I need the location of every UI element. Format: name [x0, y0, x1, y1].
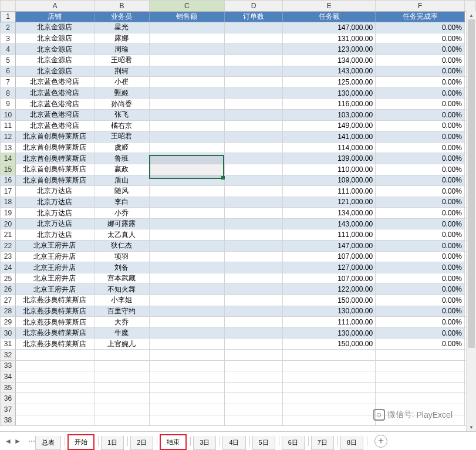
empty-cell[interactable] [376, 350, 465, 361]
cell-completion[interactable]: 0.00% [376, 306, 465, 317]
cell-orders[interactable] [224, 131, 283, 143]
row-num[interactable]: 21 [1, 229, 16, 241]
row-num[interactable]: 20 [1, 218, 16, 229]
cell-completion[interactable]: 0.00% [376, 317, 465, 328]
cell-completion[interactable]: 0.00% [376, 186, 465, 197]
cell-completion[interactable]: 0.00% [376, 99, 465, 110]
cell-store[interactable]: 北京万达店 [15, 208, 94, 219]
cell-salesperson[interactable]: 嬴政 [94, 164, 149, 175]
row-num[interactable]: 32 [1, 350, 16, 361]
cell-quota[interactable]: 123,000.00 [283, 44, 376, 55]
cell-salesperson[interactable]: 周瑜 [94, 44, 149, 55]
cell-salesperson[interactable]: 百里守约 [94, 306, 149, 317]
cell-completion[interactable]: 0.00% [376, 153, 465, 164]
empty-cell[interactable] [149, 371, 224, 383]
sheet-tab[interactable]: 总表 [35, 436, 61, 450]
empty-cell[interactable] [15, 350, 94, 361]
cell-store[interactable]: 北京王府井店 [15, 273, 94, 284]
sheet-tab[interactable]: 5日 [252, 436, 275, 450]
empty-cell[interactable] [94, 371, 149, 383]
row-num[interactable]: 4 [1, 44, 16, 55]
row-num[interactable]: 17 [1, 186, 16, 197]
cell-store[interactable]: 北京蓝色港湾店 [15, 109, 94, 120]
cell-sales[interactable] [149, 208, 224, 219]
header-cell[interactable]: 店铺 [15, 11, 94, 22]
cell-orders[interactable] [224, 142, 283, 153]
cell-sales[interactable] [149, 306, 224, 317]
cell-store[interactable]: 北京燕莎奥特莱斯店 [15, 317, 94, 328]
cell-quota[interactable]: 127,000.00 [283, 262, 376, 273]
empty-cell[interactable] [283, 382, 376, 393]
empty-cell[interactable] [283, 371, 376, 383]
empty-cell[interactable] [149, 350, 224, 361]
vertical-scrollbar[interactable]: ▲ ▼ [466, 11, 476, 431]
empty-cell[interactable] [283, 360, 376, 371]
cell-quota[interactable]: 141,000.00 [283, 131, 376, 143]
cell-quota[interactable]: 103,000.00 [283, 109, 376, 120]
header-cell[interactable]: 任务完成率 [376, 11, 465, 22]
cell-store[interactable]: 北京首创奥特莱斯店 [15, 142, 94, 153]
cell-sales[interactable] [149, 175, 224, 186]
cell-sales[interactable] [149, 22, 224, 33]
row-num[interactable]: 16 [1, 175, 16, 186]
cell-store[interactable]: 北京王府井店 [15, 262, 94, 273]
cell-sales[interactable] [149, 241, 224, 252]
cell-salesperson[interactable]: 王昭君 [94, 55, 149, 66]
scroll-down-arrow[interactable]: ▼ [467, 423, 476, 431]
add-sheet-button[interactable]: ＋ [374, 435, 387, 448]
empty-cell[interactable] [224, 371, 283, 383]
sheet-tab[interactable]: 8日 [340, 436, 363, 450]
cell-store[interactable]: 北京首创奥特莱斯店 [15, 131, 94, 143]
cell-completion[interactable]: 0.00% [376, 251, 465, 262]
empty-cell[interactable] [94, 360, 149, 371]
cell-orders[interactable] [224, 273, 283, 284]
scroll-up-arrow[interactable]: ▲ [467, 11, 476, 19]
cell-store[interactable]: 北京万达店 [15, 186, 94, 197]
sheet-tab[interactable]: 2日 [130, 436, 153, 450]
cell-quota[interactable]: 110,000.00 [283, 164, 376, 175]
cell-store[interactable]: 北京燕莎奥特莱斯店 [15, 327, 94, 339]
cell-sales[interactable] [149, 153, 224, 164]
cell-quota[interactable]: 134,000.00 [283, 55, 376, 66]
header-cell[interactable]: 业务员 [94, 11, 149, 22]
cell-orders[interactable] [224, 295, 283, 306]
cell-salesperson[interactable]: 太乙真人 [94, 229, 149, 241]
cell-orders[interactable] [224, 109, 283, 120]
header-cell[interactable]: 订单数 [224, 11, 283, 22]
empty-cell[interactable] [224, 382, 283, 393]
cell-quota[interactable]: 111,000.00 [283, 317, 376, 328]
cell-completion[interactable]: 0.00% [376, 87, 465, 99]
row-num[interactable]: 38 [1, 415, 16, 426]
cell-quota[interactable]: 111,000.00 [283, 186, 376, 197]
sheet-tab[interactable]: 开始 [67, 434, 94, 450]
cell-salesperson[interactable]: 李白 [94, 197, 149, 208]
empty-cell[interactable] [224, 350, 283, 361]
cell-store[interactable]: 北京首创奥特莱斯店 [15, 175, 94, 186]
empty-cell[interactable] [224, 393, 283, 404]
sheet-tab[interactable]: 结束 [160, 434, 187, 450]
cell-sales[interactable] [149, 229, 224, 241]
col-header-C[interactable]: C [149, 1, 224, 12]
cell-sales[interactable] [149, 142, 224, 153]
cell-salesperson[interactable]: 大乔 [94, 317, 149, 328]
cell-quota[interactable]: 130,000.00 [283, 306, 376, 317]
col-header-B[interactable]: B [94, 1, 149, 12]
cell-orders[interactable] [224, 339, 283, 350]
cell-orders[interactable] [224, 218, 283, 229]
tab-nav-next-icon[interactable]: ► [14, 438, 21, 445]
row-num[interactable]: 22 [1, 241, 16, 252]
cell-sales[interactable] [149, 164, 224, 175]
empty-cell[interactable] [94, 393, 149, 404]
cell-completion[interactable]: 0.00% [376, 273, 465, 284]
select-all-corner[interactable] [1, 1, 16, 12]
cell-completion[interactable]: 0.00% [376, 208, 465, 219]
cell-orders[interactable] [224, 55, 283, 66]
cell-salesperson[interactable]: 孙尚香 [94, 99, 149, 110]
empty-cell[interactable] [224, 415, 283, 426]
empty-cell[interactable] [283, 393, 376, 404]
cell-completion[interactable]: 0.00% [376, 229, 465, 241]
cell-sales[interactable] [149, 77, 224, 88]
cell-orders[interactable] [224, 66, 283, 77]
cell-orders[interactable] [224, 251, 283, 262]
empty-cell[interactable] [224, 404, 283, 415]
